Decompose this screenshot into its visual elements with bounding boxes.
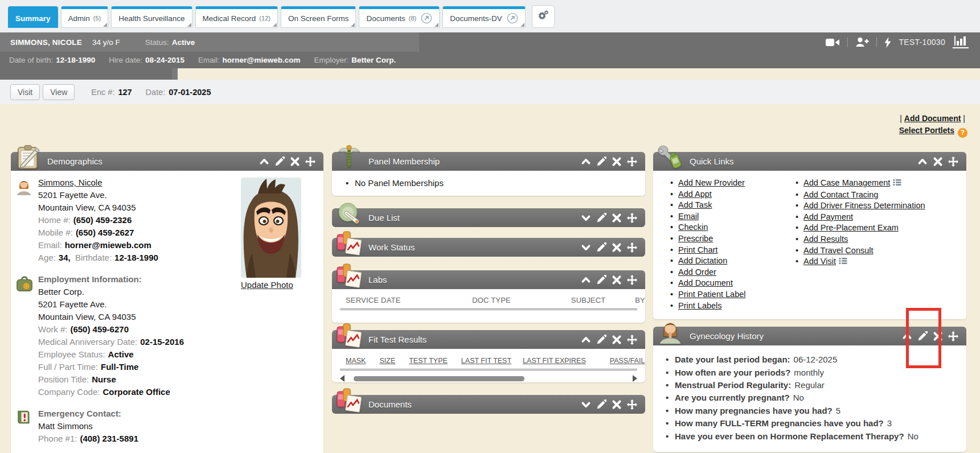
video-call-icon[interactable] <box>826 38 840 47</box>
portlet-panel-membership: Panel Membership No Panel Memberships <box>332 152 645 196</box>
select-portlets-link[interactable]: Select Portlets <box>899 126 954 135</box>
flowsheet-chart-icon[interactable] <box>953 36 969 48</box>
edit-icon[interactable] <box>274 157 285 167</box>
edit-icon[interactable] <box>917 331 928 341</box>
scrollbar-thumb[interactable] <box>354 376 524 381</box>
move-icon[interactable] <box>948 157 958 167</box>
collapse-icon[interactable] <box>902 331 912 341</box>
demographics-body: Simmons, Nicole 5201 Fayette Ave. Mounta… <box>11 171 323 453</box>
add-contact-tracing-link[interactable]: Add Contact Tracing <box>803 190 878 199</box>
view-button[interactable]: View <box>43 84 75 100</box>
edit-icon[interactable] <box>596 157 606 167</box>
quick-action-bolt-icon[interactable] <box>884 37 891 48</box>
add-visit-link[interactable]: Add Visit <box>803 257 836 266</box>
add-document-link[interactable]: Add Document <box>678 278 733 287</box>
move-icon[interactable] <box>627 275 637 285</box>
home-phone-label: Home #: <box>38 215 71 225</box>
edit-icon[interactable] <box>596 213 606 223</box>
open-new-window-icon[interactable] <box>421 13 432 24</box>
move-icon[interactable] <box>948 331 958 341</box>
print-patient-label-link[interactable]: Print Patient Label <box>678 290 746 299</box>
add-dictation-link[interactable]: Add Dictation <box>678 256 727 265</box>
expand-icon[interactable] <box>581 242 591 253</box>
close-icon[interactable] <box>612 335 622 345</box>
collapse-icon[interactable] <box>581 157 591 167</box>
edit-icon[interactable] <box>596 242 606 253</box>
col-mask[interactable]: MASK <box>346 357 366 365</box>
scroll-left-arrow[interactable] <box>340 375 345 382</box>
add-pre-placement-exam-link[interactable]: Add Pre-Placement Exam <box>803 223 899 232</box>
add-travel-consult-link[interactable]: Add Travel Consult <box>803 246 874 255</box>
collapse-icon[interactable] <box>917 157 928 167</box>
add-results-link[interactable]: Add Results <box>803 234 848 244</box>
expand-icon[interactable] <box>581 213 591 223</box>
tab-documents[interactable]: Documents (8) <box>359 6 440 28</box>
portlet-gynecology-history: Gynecology History Date your last period… <box>653 327 966 452</box>
collapse-icon[interactable] <box>581 335 591 345</box>
move-icon[interactable] <box>627 400 637 410</box>
collapse-icon[interactable] <box>259 157 269 167</box>
expand-icon[interactable] <box>581 400 591 410</box>
edit-icon[interactable] <box>596 275 606 285</box>
col-test-type[interactable]: TEST TYPE <box>409 357 448 365</box>
update-photo-link[interactable]: Update Photo <box>241 280 293 290</box>
collapse-icon[interactable] <box>581 275 591 285</box>
move-icon[interactable] <box>627 335 637 345</box>
prescribe-link[interactable]: Prescribe <box>678 234 713 243</box>
move-icon[interactable] <box>627 157 637 167</box>
print-labels-link[interactable]: Print Labels <box>678 301 722 310</box>
add-case-management-link[interactable]: Add Case Management <box>803 178 890 187</box>
email-link[interactable]: Email <box>678 212 699 221</box>
add-new-provider-link[interactable]: Add New Provider <box>678 178 745 187</box>
close-icon[interactable] <box>612 275 622 285</box>
tab-on-screen-forms[interactable]: On Screen Forms <box>281 6 356 28</box>
scroll-right-arrow[interactable] <box>633 375 637 382</box>
visit-button[interactable]: Visit <box>10 84 40 100</box>
close-icon[interactable] <box>933 157 943 167</box>
birthdate-value: 12-18-1990 <box>114 253 158 262</box>
edit-icon[interactable] <box>596 400 606 410</box>
open-new-window-icon[interactable] <box>507 13 518 24</box>
status-value: Active <box>172 38 195 47</box>
close-icon[interactable] <box>612 213 622 223</box>
move-icon[interactable] <box>305 157 315 167</box>
list-view-icon[interactable] <box>893 178 901 190</box>
gyn-question: How many FULL-TERM pregnancies have you … <box>675 418 884 428</box>
add-user-icon[interactable] <box>855 37 869 47</box>
patient-name-link[interactable]: Simmons, Nicole <box>38 178 102 187</box>
mobile-phone-value: (650) 459-2627 <box>76 228 134 237</box>
tab-documents-dv[interactable]: Documents-DV <box>442 6 526 28</box>
close-icon[interactable] <box>933 331 943 341</box>
col-pass-fail[interactable]: PASS/FAIL <box>610 357 645 365</box>
move-icon[interactable] <box>627 242 637 253</box>
col-size[interactable]: SIZE <box>379 357 395 365</box>
help-icon[interactable]: ? <box>958 128 967 138</box>
tab-settings-button[interactable] <box>532 5 555 28</box>
add-payment-link[interactable]: Add Payment <box>803 212 853 221</box>
list-view-icon[interactable] <box>839 257 847 268</box>
add-appt-link[interactable]: Add Appt <box>678 190 712 199</box>
enc-date-value: 07-01-2025 <box>169 88 211 97</box>
tab-summary[interactable]: Summary <box>8 6 58 28</box>
due-list-header: Due List <box>332 208 645 227</box>
gyn-answer: Regular <box>794 380 825 390</box>
col-last-fit-test[interactable]: LAST FIT TEST <box>461 357 511 365</box>
tab-health-surveillance[interactable]: Health Surveillance <box>111 6 192 28</box>
tab-admin[interactable]: Admin (5) <box>61 6 109 28</box>
close-icon[interactable] <box>612 157 622 167</box>
print-chart-link[interactable]: Print Chart <box>678 245 717 254</box>
close-icon[interactable] <box>290 157 300 167</box>
close-icon[interactable] <box>612 400 622 410</box>
add-task-link[interactable]: Add Task <box>678 200 712 209</box>
close-icon[interactable] <box>612 242 622 253</box>
add-driver-fitness-link[interactable]: Add Driver Fitness Determination <box>803 201 925 210</box>
col-last-fit-expires[interactable]: LAST FIT EXPIRES <box>523 357 586 365</box>
move-icon[interactable] <box>627 213 637 223</box>
checkin-link[interactable]: Checkin <box>678 223 708 232</box>
gyn-item: Have you ever been on Hormone Replacemen… <box>653 430 966 443</box>
tab-medical-record[interactable]: Medical Record (12) <box>195 6 278 28</box>
edit-icon[interactable] <box>596 335 606 345</box>
add-order-link[interactable]: Add Order <box>678 267 716 277</box>
add-document-link[interactable]: Add Document <box>904 114 961 123</box>
tab-label: Summary <box>15 14 51 23</box>
